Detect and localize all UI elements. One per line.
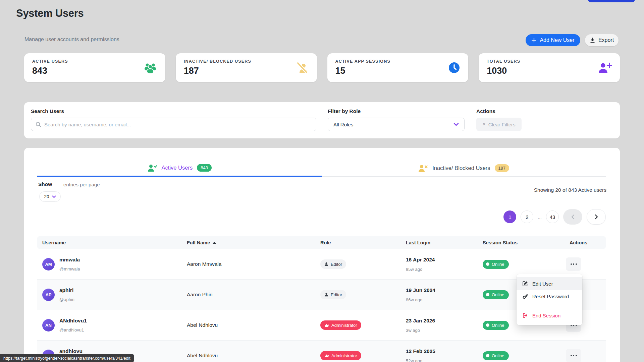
chevron-left-icon bbox=[571, 214, 575, 220]
key-icon bbox=[523, 294, 528, 299]
row-actions-button[interactable] bbox=[566, 349, 581, 362]
menu-divider bbox=[517, 306, 582, 306]
tabs: Active Users 843 Inactive/ Blocked Users… bbox=[37, 160, 606, 177]
session-status-badge: Online bbox=[483, 321, 509, 330]
column-header-fullname[interactable]: Full Name bbox=[182, 240, 315, 245]
column-header-session-status: Session Status bbox=[478, 240, 565, 245]
username: andhlovu bbox=[59, 348, 83, 354]
plus-icon bbox=[531, 38, 537, 43]
user-plus-icon bbox=[598, 62, 612, 73]
session-status-label: Online bbox=[492, 262, 504, 267]
page-button-43[interactable]: 43 bbox=[546, 210, 559, 223]
previous-page-button[interactable] bbox=[563, 209, 582, 225]
showing-summary: Showing 20 of 843 Active users bbox=[534, 187, 606, 193]
inactive-users-count-badge: 187 bbox=[495, 164, 509, 172]
menu-item-end-session[interactable]: End Session bbox=[517, 309, 582, 322]
column-header-role: Role bbox=[315, 240, 401, 245]
online-dot-icon bbox=[486, 323, 489, 327]
page-size-value: 20 bbox=[44, 194, 49, 199]
ellipsis-icon bbox=[571, 355, 577, 356]
last-login-date: 19 Jun 2024 bbox=[406, 287, 478, 293]
stat-label: ACTIVE APP SESSIONS bbox=[335, 59, 461, 64]
stat-label: INACTIVE/ BLOCKED USERS bbox=[184, 59, 309, 64]
tab-active-users-label: Active Users bbox=[162, 165, 193, 171]
session-status-label: Online bbox=[492, 353, 504, 358]
last-login-ago: 95w ago bbox=[406, 267, 478, 272]
role-label: Administrator bbox=[331, 353, 357, 358]
add-new-user-button[interactable]: Add New User bbox=[526, 34, 580, 46]
search-users-label: Search Users bbox=[31, 108, 64, 114]
stats-row: ACTIVE USERS 843 INACTIVE/ BLOCKED USERS… bbox=[24, 53, 620, 82]
row-actions-menu: Edit User Reset Password End Session bbox=[517, 274, 582, 325]
role-label: Administrator bbox=[331, 323, 357, 328]
search-input[interactable] bbox=[44, 122, 312, 127]
column-header-username: Username bbox=[37, 240, 182, 245]
users-group-icon bbox=[143, 62, 157, 73]
person-icon bbox=[324, 262, 328, 266]
user-handle: @aphiri bbox=[59, 297, 74, 302]
page-button-2[interactable]: 2 bbox=[521, 210, 533, 223]
last-login-date: 23 Jan 2026 bbox=[406, 318, 478, 324]
role-badge: Editor bbox=[320, 259, 346, 269]
full-name: Abel Ndhlovu bbox=[187, 353, 218, 358]
close-icon: × bbox=[482, 122, 485, 127]
download-icon bbox=[590, 38, 595, 43]
last-login-ago: 3w ago bbox=[406, 328, 478, 333]
export-label: Export bbox=[598, 37, 614, 43]
stat-label: ACTIVE USERS bbox=[32, 59, 157, 64]
edit-icon bbox=[523, 281, 528, 286]
clock-icon bbox=[448, 62, 460, 74]
status-bar-url: https://target.ministryofgender-socialca… bbox=[0, 354, 134, 362]
chevron-right-icon bbox=[595, 214, 598, 220]
avatar: AN bbox=[42, 319, 55, 331]
stat-value: 187 bbox=[184, 66, 309, 76]
users-panel: Active Users 843 Inactive/ Blocked Users… bbox=[24, 148, 620, 362]
tab-inactive-users-label: Inactive/ Blocked Users bbox=[432, 165, 490, 171]
stat-card-total-users: TOTAL USERS 1030 bbox=[479, 53, 620, 82]
system-users-page: System Users Manage user accounts and pe… bbox=[0, 0, 644, 362]
page-size-select[interactable]: 20 bbox=[39, 191, 61, 202]
full-name: Aaron Phiri bbox=[187, 292, 213, 297]
tab-active-users[interactable]: Active Users 843 bbox=[37, 160, 322, 177]
sort-ascending-icon bbox=[213, 242, 216, 244]
row-actions-button[interactable] bbox=[566, 257, 581, 271]
role-select-value: All Roles bbox=[333, 122, 353, 127]
session-status-badge: Online bbox=[483, 260, 509, 269]
column-header-actions: Actions bbox=[565, 240, 606, 245]
menu-item-reset-password[interactable]: Reset Password bbox=[517, 290, 582, 303]
username: mmwala bbox=[59, 257, 80, 263]
last-login-date: 16 Apr 2024 bbox=[406, 257, 478, 263]
next-page-button[interactable] bbox=[587, 209, 606, 225]
session-status-badge: Online bbox=[483, 351, 509, 360]
user-slash-icon bbox=[296, 62, 309, 73]
last-login-date: 12 Feb 2025 bbox=[406, 348, 478, 354]
stat-value: 843 bbox=[32, 66, 157, 76]
export-button[interactable]: Export bbox=[585, 34, 619, 46]
page-title: System Users bbox=[16, 7, 84, 19]
clear-filters-button[interactable]: × Clear Filters bbox=[476, 118, 522, 131]
page-button-1[interactable]: 1 bbox=[503, 210, 516, 223]
session-status-label: Online bbox=[492, 292, 504, 297]
pagination-ellipsis: ... bbox=[538, 214, 542, 220]
user-handle: @mmwala bbox=[59, 266, 80, 272]
online-dot-icon bbox=[486, 354, 489, 357]
logout-icon bbox=[523, 313, 528, 318]
session-status-label: Online bbox=[492, 323, 504, 328]
filters-panel: Search Users Filter by Role All Roles Ac… bbox=[24, 102, 620, 138]
role-badge: Administrator bbox=[320, 351, 361, 360]
column-header-fullname-label: Full Name bbox=[187, 240, 210, 245]
role-badge: Administrator bbox=[320, 320, 361, 330]
add-new-user-label: Add New User bbox=[540, 37, 574, 43]
stat-card-inactive-users: INACTIVE/ BLOCKED USERS 187 bbox=[176, 53, 317, 82]
chevron-down-icon bbox=[453, 123, 459, 126]
actions-label: Actions bbox=[476, 108, 495, 114]
role-select[interactable]: All Roles bbox=[328, 118, 465, 131]
full-name: Aaron Mmwala bbox=[187, 261, 221, 267]
tab-inactive-users[interactable]: Inactive/ Blocked Users 187 bbox=[322, 160, 606, 177]
menu-item-edit-user[interactable]: Edit User bbox=[517, 277, 582, 290]
active-users-count-badge: 843 bbox=[197, 164, 212, 172]
stat-card-active-users: ACTIVE USERS 843 bbox=[24, 53, 165, 82]
last-login-ago: 86w ago bbox=[406, 297, 478, 302]
session-status-badge: Online bbox=[483, 290, 509, 299]
full-name: Abel Ndhlovu bbox=[187, 322, 218, 328]
